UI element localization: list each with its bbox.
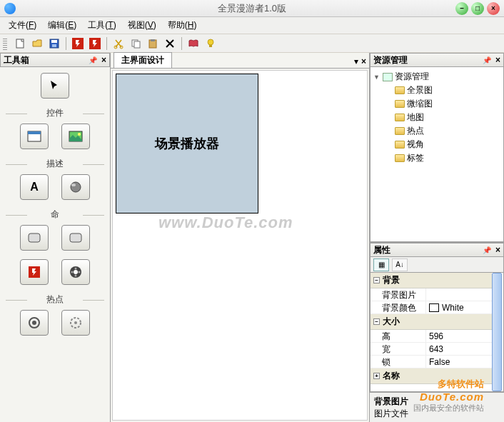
property-row[interactable]: 宽643 bbox=[371, 343, 492, 356]
tree-item[interactable]: 热点 bbox=[395, 124, 500, 138]
menu-view[interactable]: 视图(V) bbox=[122, 17, 162, 34]
alphabetical-button[interactable]: A↓ bbox=[392, 258, 408, 271]
tab-dropdown-icon[interactable]: ▾ bbox=[354, 56, 358, 66]
tree-item[interactable]: 地图 bbox=[395, 111, 500, 124]
svg-point-25 bbox=[71, 271, 74, 273]
book-button[interactable] bbox=[186, 36, 201, 51]
tree-item[interactable]: 微缩图 bbox=[395, 97, 500, 111]
svg-point-27 bbox=[75, 268, 77, 270]
scene-player-object[interactable]: 场景播放器 bbox=[116, 74, 258, 213]
folder-icon bbox=[395, 114, 405, 121]
design-canvas[interactable]: 场景播放器 www.DuoTe.com bbox=[112, 70, 368, 421]
property-row[interactable]: 背景图片 bbox=[371, 288, 492, 301]
tool-target[interactable] bbox=[20, 310, 49, 336]
save-button[interactable] bbox=[47, 36, 61, 51]
toolbar bbox=[0, 34, 504, 53]
category-row[interactable]: −大小 bbox=[371, 314, 492, 330]
property-row[interactable]: 背景颜色White bbox=[371, 301, 492, 314]
tool-text[interactable]: A bbox=[20, 174, 49, 200]
svg-point-24 bbox=[74, 270, 78, 274]
menu-edit[interactable]: 编辑(E) bbox=[42, 17, 82, 34]
folder-icon bbox=[395, 127, 405, 135]
close-icon[interactable]: × bbox=[495, 55, 500, 65]
svg-rect-3 bbox=[52, 44, 56, 47]
category-row[interactable]: +名称 bbox=[371, 368, 492, 384]
toolbox-header: 工具箱 📌 × bbox=[0, 53, 110, 67]
properties-title: 属性 bbox=[373, 244, 390, 256]
svg-rect-9 bbox=[134, 41, 140, 48]
toolbar-grip[interactable] bbox=[3, 37, 7, 50]
close-icon[interactable]: × bbox=[495, 245, 500, 255]
menu-file[interactable]: 文件(F) bbox=[3, 17, 42, 34]
categorized-button[interactable]: ▦ bbox=[373, 258, 389, 271]
copy-button[interactable] bbox=[128, 36, 143, 51]
category-row[interactable]: −背景 bbox=[371, 273, 492, 288]
app-icon bbox=[4, 3, 16, 14]
new-button[interactable] bbox=[13, 36, 27, 51]
svg-rect-15 bbox=[28, 131, 41, 134]
tab-close-icon[interactable]: × bbox=[361, 56, 366, 66]
folder-icon bbox=[395, 100, 405, 108]
tree-root-node[interactable]: ▼ 资源管理 bbox=[373, 70, 500, 84]
tool-panel[interactable] bbox=[20, 124, 49, 149]
menu-help[interactable]: 帮助(H) bbox=[162, 17, 203, 34]
properties-panel: 属性 📌 × ▦ A↓ −背景 背景图片 背景颜色White −大小 高596 … bbox=[370, 242, 504, 422]
collapse-icon[interactable]: − bbox=[373, 318, 380, 325]
tool-pointer[interactable] bbox=[41, 73, 69, 99]
window-maximize-button[interactable]: □ bbox=[471, 2, 484, 15]
expand-icon[interactable]: + bbox=[373, 373, 380, 379]
window-close-button[interactable]: × bbox=[487, 2, 500, 15]
menu-tools[interactable]: 工具(T) bbox=[82, 17, 121, 34]
svg-point-19 bbox=[71, 184, 76, 186]
tool-rect2[interactable] bbox=[61, 225, 90, 251]
group-controls: 控件 bbox=[6, 107, 104, 119]
collapse-icon[interactable]: − bbox=[373, 277, 380, 283]
resources-title: 资源管理 bbox=[373, 54, 408, 66]
window-minimize-button[interactable]: – bbox=[455, 2, 468, 15]
svg-rect-21 bbox=[70, 233, 81, 242]
app-title: 全景漫游者1.0版 bbox=[218, 2, 286, 15]
property-row[interactable]: 高596 bbox=[371, 330, 492, 343]
tab-main-design[interactable]: 主界面设计 bbox=[114, 52, 172, 68]
paste-button[interactable] bbox=[146, 36, 160, 51]
tool-sphere[interactable] bbox=[61, 174, 90, 200]
close-icon[interactable]: × bbox=[101, 55, 106, 65]
svg-point-26 bbox=[79, 271, 81, 273]
pin-icon[interactable]: 📌 bbox=[89, 56, 97, 64]
titlebar: 全景漫游者1.0版 – □ × bbox=[0, 0, 504, 17]
svg-point-12 bbox=[208, 39, 213, 45]
svg-point-30 bbox=[32, 321, 36, 325]
cut-button[interactable] bbox=[111, 36, 126, 51]
flash-button[interactable] bbox=[71, 36, 85, 51]
tree-item[interactable]: 标签 bbox=[395, 151, 500, 165]
flash-alt-button[interactable] bbox=[88, 36, 102, 51]
tool-flash[interactable] bbox=[20, 259, 49, 285]
tool-target2[interactable] bbox=[61, 310, 90, 336]
scrollbar[interactable] bbox=[492, 273, 502, 391]
group-describe: 描述 bbox=[6, 158, 104, 170]
tree-item[interactable]: 全景图 bbox=[395, 84, 500, 97]
group-ming: 命 bbox=[6, 209, 104, 221]
properties-header: 属性 📌 × bbox=[370, 243, 504, 257]
color-swatch[interactable] bbox=[429, 303, 439, 312]
tree-item[interactable]: 视角 bbox=[395, 138, 500, 151]
pin-icon[interactable]: 📌 bbox=[483, 56, 491, 64]
tool-image[interactable] bbox=[61, 124, 90, 149]
root-folder-icon bbox=[383, 73, 393, 81]
resources-tree: ▼ 资源管理 全景图 微缩图 地图 热点 视角 标签 bbox=[370, 67, 504, 242]
idea-button[interactable] bbox=[203, 36, 218, 51]
open-button[interactable] bbox=[30, 36, 44, 51]
svg-rect-20 bbox=[29, 233, 40, 242]
toolbox-panel: 工具箱 📌 × 控件 描述 A 命 bbox=[0, 53, 111, 422]
tool-video[interactable] bbox=[61, 259, 90, 285]
svg-rect-11 bbox=[151, 39, 155, 41]
svg-point-32 bbox=[74, 321, 77, 324]
delete-button[interactable] bbox=[163, 36, 177, 51]
property-row[interactable]: 锁False bbox=[371, 356, 492, 368]
folder-icon bbox=[395, 154, 405, 162]
tree-toggle-icon[interactable]: ▼ bbox=[373, 74, 380, 81]
svg-point-17 bbox=[78, 133, 81, 136]
tool-rect[interactable] bbox=[20, 225, 49, 251]
pin-icon[interactable]: 📌 bbox=[483, 246, 491, 254]
folder-icon bbox=[395, 86, 405, 94]
